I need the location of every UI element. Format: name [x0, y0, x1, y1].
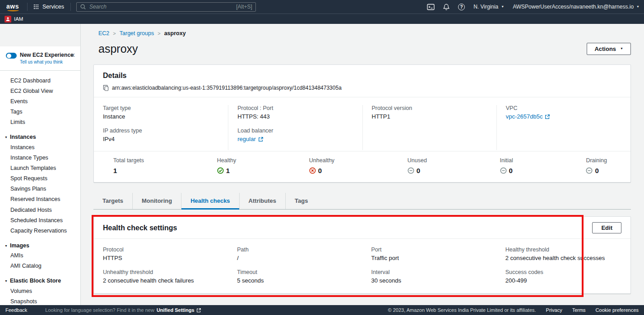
account-label: AWSPowerUserAccess/navaneeth.kn@harness.…	[513, 4, 634, 10]
unified-settings-link[interactable]: Unified Settings	[157, 307, 201, 313]
minus-circle-icon	[586, 167, 593, 174]
page-title: asproxy	[98, 42, 138, 55]
sidebar-section-elastic-block-store[interactable]: ▼Elastic Block Store	[0, 275, 80, 286]
toggle-knob	[7, 54, 11, 58]
nav-divider	[70, 3, 71, 11]
vpc-link[interactable]: vpc-2657db5c	[506, 113, 551, 120]
field-label: Target type	[103, 105, 219, 111]
sidebar-item-capacity-reservations[interactable]: Capacity Reservations	[0, 225, 80, 236]
sidebar-item-launch-templates[interactable]: Launch Templates	[0, 163, 80, 173]
close-icon[interactable]: ×	[71, 53, 75, 58]
hc-protocol-value: HTTPS	[103, 255, 219, 261]
sidebar-item-reserved-instances[interactable]: Reserved Instances	[0, 194, 80, 205]
new-experience-toggle[interactable]	[6, 53, 17, 59]
tab-tags[interactable]: Tags	[285, 193, 317, 209]
check-circle-icon	[217, 167, 224, 174]
sidebar-item-instances[interactable]: Instances	[0, 142, 80, 152]
sidebar-item-ami-catalog[interactable]: AMI Catalog	[0, 261, 80, 271]
tab-attributes[interactable]: Attributes	[239, 193, 285, 209]
services-label: Services	[42, 4, 64, 10]
ip-address-type-value: IPv4	[103, 136, 219, 142]
stat-healthy: Healthy 1	[217, 157, 236, 174]
privacy-link[interactable]: Privacy	[546, 307, 562, 313]
hc-unhealthy-threshold-value: 2 consecutive health check failures	[103, 277, 219, 284]
copy-icon[interactable]	[103, 85, 109, 91]
tab-targets[interactable]: Targets	[93, 193, 132, 209]
stat-initial: Initial 0	[500, 157, 513, 174]
field-label: Success codes	[505, 269, 621, 275]
help-icon[interactable]: ?	[458, 4, 465, 10]
sidebar-item-spot-requests[interactable]: Spot Requests	[0, 173, 80, 184]
sidebar-item-limits[interactable]: Limits	[0, 117, 80, 128]
sidebar-item-snapshots[interactable]: Snapshots	[0, 296, 80, 305]
edit-button[interactable]: Edit	[592, 222, 621, 233]
target-type-value: Instance	[103, 113, 219, 120]
footer: Feedback Looking for language selection?…	[0, 305, 644, 315]
breadcrumb-target-groups[interactable]: Target groups	[120, 30, 154, 37]
nav-divider	[27, 3, 28, 11]
region-selector[interactable]: N. Virginia ▼	[473, 4, 504, 10]
services-menu[interactable]: Services	[32, 4, 66, 10]
favorite-iam-label: IAM	[14, 16, 23, 22]
field-label: Healthy threshold	[505, 247, 621, 253]
minus-circle-icon	[408, 167, 414, 174]
field-label: VPC	[506, 105, 621, 111]
sidebar-section-instances[interactable]: ▼Instances	[0, 132, 80, 142]
sidebar-item-events[interactable]: Events	[0, 96, 80, 106]
field-label: Path	[237, 247, 353, 253]
cookie-preferences-link[interactable]: Cookie preferences	[596, 307, 639, 313]
sidebar-top-spacer	[0, 24, 80, 46]
favorite-iam[interactable]: IAM	[5, 16, 23, 23]
protocol-version-value: HTTP1	[372, 113, 487, 120]
minus-circle-icon	[500, 167, 507, 174]
load-balancer-link[interactable]: regular	[237, 136, 263, 142]
hc-success-codes-value: 200-499	[505, 277, 621, 284]
sidebar-item-volumes[interactable]: Volumes	[0, 286, 80, 296]
field-label: Interval	[371, 269, 487, 275]
chevron-down-icon: ▼	[636, 5, 639, 8]
hc-path-value: /	[237, 255, 353, 261]
sidebar-item-amis[interactable]: AMIs	[0, 251, 80, 261]
chevron-down-icon: ▼	[5, 244, 8, 247]
copyright-text: © 2023, Amazon Web Services India Privat…	[388, 307, 536, 313]
stat-unused: Unused 0	[408, 157, 427, 174]
iam-service-icon	[5, 16, 11, 23]
terms-link[interactable]: Terms	[572, 307, 586, 313]
search-input[interactable]	[76, 2, 256, 12]
chevron-down-icon: ▼	[5, 136, 8, 139]
sidebar-item-ec2-global-view[interactable]: EC2 Global View	[0, 86, 80, 96]
feedback-link[interactable]: Feedback	[5, 307, 27, 313]
tab-monitoring[interactable]: Monitoring	[132, 193, 181, 209]
hc-healthy-threshold-value: 2 consecutive health check successes	[505, 255, 621, 261]
tell-us-link[interactable]: Tell us what you think	[20, 59, 63, 64]
sidebar-item-scheduled-instances[interactable]: Scheduled Instances	[0, 215, 80, 225]
tab-health-checks[interactable]: Health checks	[181, 193, 239, 209]
new-ec2-experience-banner: New EC2 Experience Tell us what you thin…	[0, 46, 80, 71]
actions-button[interactable]: Actions ▼	[587, 43, 631, 55]
notifications-bell-icon[interactable]	[443, 4, 449, 10]
external-link-icon	[196, 308, 201, 313]
sidebar-nav: EC2 Dashboard EC2 Global View Events Tag…	[0, 71, 80, 305]
account-menu[interactable]: AWSPowerUserAccess/navaneeth.kn@harness.…	[513, 4, 639, 10]
sidebar-item-tags[interactable]: Tags	[0, 107, 80, 117]
sidebar-section-images[interactable]: ▼Images	[0, 240, 80, 251]
cloudshell-icon[interactable]	[427, 4, 435, 10]
health-check-settings-card: Health check settings Edit Protocol HTTP…	[93, 216, 631, 294]
aws-logo[interactable]: aws	[5, 2, 23, 12]
chevron-down-icon: ▼	[5, 279, 8, 283]
breadcrumb-ec2[interactable]: EC2	[98, 30, 109, 37]
global-search[interactable]: [Alt+S]	[76, 2, 256, 12]
breadcrumb-separator: >	[158, 31, 160, 36]
target-health-summary: Total targets 1 Healthy 1 Unhealthy 0	[94, 151, 630, 182]
external-link-icon	[545, 114, 550, 119]
sidebar-item-dedicated-hosts[interactable]: Dedicated Hosts	[0, 205, 80, 215]
protocol-port-value: HTTPS: 443	[237, 113, 353, 120]
x-circle-icon	[309, 167, 316, 174]
field-label: Protocol version	[372, 105, 487, 111]
chevron-down-icon: ▼	[620, 47, 623, 50]
hc-port-value: Traffic port	[371, 255, 487, 261]
sidebar-item-savings-plans[interactable]: Savings Plans	[0, 184, 80, 194]
aws-smile-icon	[7, 9, 19, 11]
sidebar-item-ec2-dashboard[interactable]: EC2 Dashboard	[0, 75, 80, 86]
sidebar-item-instance-types[interactable]: Instance Types	[0, 152, 80, 163]
